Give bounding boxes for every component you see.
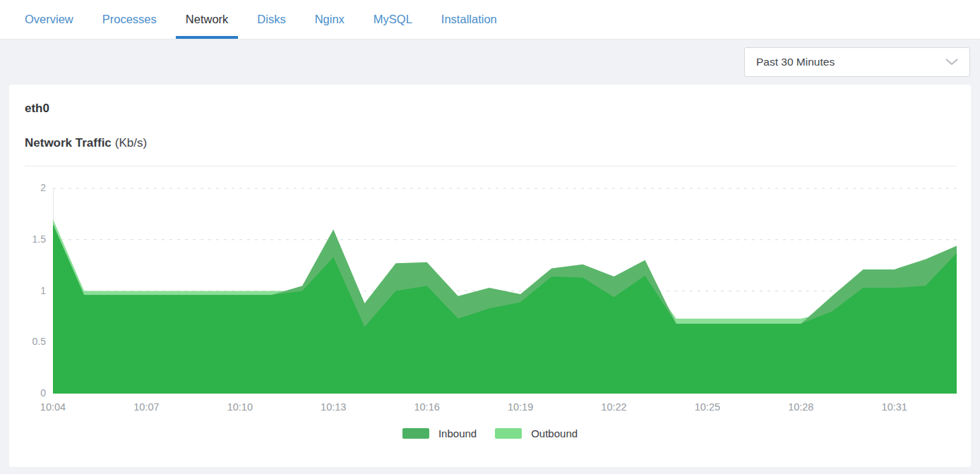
tab-nginx[interactable]: Nginx [315, 0, 345, 39]
legend-item-inbound: Inbound [402, 427, 477, 439]
x-axis-label: 10:25 [683, 401, 732, 413]
time-range-select[interactable]: Past 30 Minutes [744, 47, 970, 77]
x-axis-label: 10:16 [402, 401, 452, 413]
x-axis-label: 10:31 [870, 401, 919, 413]
tab-processes[interactable]: Processes [102, 0, 157, 39]
x-axis-label: 10:10 [215, 401, 265, 413]
x-axis-label: 10:04 [28, 401, 78, 413]
tab-installation[interactable]: Installation [441, 0, 497, 39]
time-range-value: Past 30 Minutes [756, 56, 835, 68]
tab-overview[interactable]: Overview [25, 0, 73, 39]
toolbar: Past 30 Minutes [0, 40, 980, 85]
x-axis-label: 10:07 [121, 401, 171, 413]
x-axis-label: 10:19 [496, 401, 545, 413]
chart-legend: InboundOutbound [9, 427, 971, 439]
y-axis-label: 2 [16, 182, 46, 193]
tab-mysql[interactable]: MySQL [374, 0, 412, 39]
y-axis-label: 1 [16, 285, 46, 296]
legend-label: Inbound [438, 427, 477, 439]
network-traffic-chart: 00.511.5210:0410:0710:1010:1310:1610:191… [9, 85, 971, 467]
tab-bar: OverviewProcessesNetworkDisksNginxMySQLI… [0, 0, 980, 40]
legend-label: Outbound [531, 427, 578, 439]
legend-swatch-outbound [495, 428, 522, 439]
legend-swatch-inbound [402, 428, 429, 439]
legend-item-outbound: Outbound [495, 427, 578, 439]
chevron-down-icon [945, 59, 958, 66]
tab-network[interactable]: Network [186, 0, 229, 39]
x-axis-label: 10:22 [589, 401, 638, 413]
y-axis-label: 0.5 [16, 336, 46, 347]
y-axis-label: 0 [16, 387, 46, 399]
x-axis-label: 10:13 [309, 401, 358, 413]
tab-disks[interactable]: Disks [257, 0, 285, 39]
chart-plot-area [53, 188, 957, 394]
network-card: eth0 Network Traffic(Kb/s) 00.511.5210:0… [9, 85, 971, 467]
x-axis-label: 10:28 [776, 401, 825, 413]
y-axis-label: 1.5 [16, 233, 46, 245]
